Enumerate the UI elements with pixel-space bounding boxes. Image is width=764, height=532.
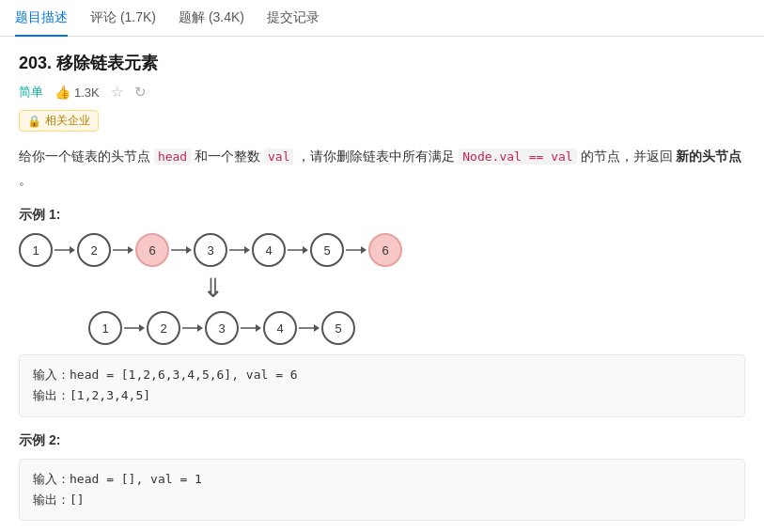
company-tag[interactable]: 🔒 相关企业 <box>19 110 99 132</box>
example2-output-value: [] <box>70 493 85 507</box>
svg-marker-11 <box>361 246 366 254</box>
example1-input-label: 输入： <box>33 368 70 382</box>
list-arrow <box>55 243 75 257</box>
list-arrow <box>113 243 133 257</box>
svg-marker-15 <box>197 324 203 332</box>
tab-description[interactable]: 题目描述 <box>15 0 68 36</box>
desc-text-4: 的节点，并返回 <box>577 149 677 164</box>
tab-comments[interactable]: 评论 (1.7K) <box>90 0 156 36</box>
list-arrow <box>182 321 203 335</box>
top-node-6: 6 <box>368 233 402 267</box>
down-arrow-container: ⇓ <box>19 273 745 304</box>
example1-output-value: [1,2,3,4,5] <box>70 388 150 402</box>
desc-text-1: 给你一个链表的头节点 <box>19 149 154 164</box>
difficulty-badge: 简单 <box>19 84 43 101</box>
desc-new-head-bold: 新的头节点 <box>676 149 741 164</box>
bottom-list-row: 1 2 3 4 5 <box>19 311 745 345</box>
tab-submissions[interactable]: 提交记录 <box>267 0 320 36</box>
down-arrow-icon: ⇓ <box>202 273 224 304</box>
example2-input-line: 输入：head = [], val = 1 <box>33 469 731 490</box>
top-node-0: 1 <box>19 233 53 267</box>
bottom-node-1: 2 <box>147 311 180 345</box>
diagram-container: 1 2 6 3 4 5 6 ⇓ 1 2 3 <box>19 233 745 345</box>
example2-input-label: 输入： <box>33 472 70 486</box>
svg-marker-3 <box>128 246 133 254</box>
desc-node-val-code: Node.val == val <box>459 149 576 164</box>
bottom-node-2: 3 <box>205 311 239 345</box>
list-arrow <box>171 243 192 257</box>
content-area: 203. 移除链表元素 简单 👍 1.3K ☆ ↻ 🔒 相关企业 给你一个链表的… <box>0 37 764 532</box>
list-arrow <box>346 243 366 257</box>
company-tag-label: 相关企业 <box>45 113 90 129</box>
bottom-node-3: 4 <box>263 311 297 345</box>
svg-marker-17 <box>256 324 261 332</box>
top-node-3: 3 <box>194 233 227 267</box>
svg-marker-7 <box>244 246 250 254</box>
bottom-node-4: 5 <box>321 311 355 345</box>
top-list-row: 1 2 6 3 4 5 6 <box>19 233 745 267</box>
refresh-icon[interactable]: ↻ <box>134 84 147 101</box>
list-arrow <box>288 243 308 257</box>
top-node-2: 6 <box>135 233 169 267</box>
like-count: 👍 1.3K <box>55 85 100 100</box>
example1-title: 示例 1: <box>19 207 745 224</box>
example1-input-line: 输入：head = [1,2,6,3,4,5,6], val = 6 <box>33 365 731 385</box>
tab-solutions[interactable]: 题解 (3.4K) <box>179 0 244 36</box>
problem-description: 给你一个链表的头节点 head 和一个整数 val ，请你删除链表中所有满足 N… <box>19 145 745 192</box>
desc-val-code: val <box>264 149 293 164</box>
top-node-4: 4 <box>252 233 286 267</box>
list-arrow <box>241 321 261 335</box>
star-icon[interactable]: ☆ <box>111 84 123 101</box>
example2-input-value: head = [], val = 1 <box>70 472 202 486</box>
list-arrow <box>299 321 320 335</box>
desc-head-code: head <box>154 149 191 164</box>
example2-output-label: 输出： <box>33 493 70 507</box>
example2-code-block: 输入：head = [], val = 1 输出：[] <box>19 459 745 521</box>
list-arrow <box>229 243 250 257</box>
example1-input-value: head = [1,2,6,3,4,5,6], val = 6 <box>70 368 298 382</box>
svg-marker-13 <box>139 324 145 332</box>
desc-text-3: ，请你删除链表中所有满足 <box>293 149 459 164</box>
desc-text-5: 。 <box>19 172 32 187</box>
example1-code-block: 输入：head = [1,2,6,3,4,5,6], val = 6 输出：[1… <box>19 354 745 416</box>
company-icon: 🔒 <box>27 115 41 128</box>
example2-title: 示例 2: <box>19 432 745 449</box>
bottom-node-0: 1 <box>88 311 122 345</box>
svg-marker-19 <box>314 324 320 332</box>
svg-marker-1 <box>70 246 75 254</box>
svg-marker-9 <box>303 246 308 254</box>
example1-output-line: 输出：[1,2,3,4,5] <box>33 385 731 406</box>
difficulty-row: 简单 👍 1.3K ☆ ↻ <box>19 84 745 101</box>
example2-output-line: 输出：[] <box>33 490 731 510</box>
like-number: 1.3K <box>74 86 100 100</box>
problem-title: 203. 移除链表元素 <box>19 52 745 74</box>
problem-name: 移除链表元素 <box>56 54 158 72</box>
top-node-1: 2 <box>77 233 111 267</box>
problem-number: 203. <box>19 54 52 72</box>
thumb-icon: 👍 <box>55 85 70 100</box>
svg-marker-5 <box>186 246 192 254</box>
desc-text-2: 和一个整数 <box>191 149 264 164</box>
example1-output-label: 输出： <box>33 388 70 402</box>
tab-bar: 题目描述评论 (1.7K)题解 (3.4K)提交记录 <box>0 0 764 37</box>
list-arrow <box>124 321 145 335</box>
top-node-5: 5 <box>310 233 344 267</box>
